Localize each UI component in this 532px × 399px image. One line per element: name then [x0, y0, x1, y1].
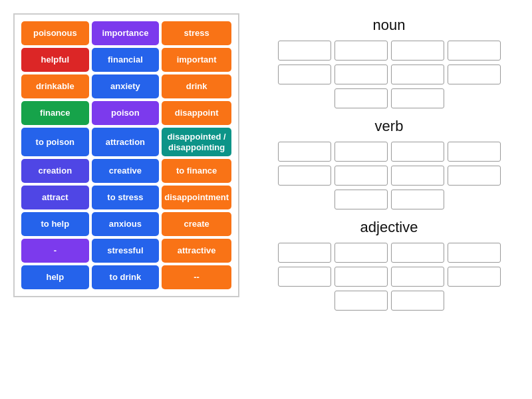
drop-row	[278, 142, 501, 162]
word-grid-container: poisonousimportancestresshelpfulfinancia…	[13, 13, 239, 297]
word-grid: poisonousimportancestresshelpfulfinancia…	[21, 21, 231, 289]
word-tile[interactable]: drink	[162, 74, 231, 98]
drop-row-last	[334, 291, 444, 311]
drop-row	[278, 65, 501, 84]
word-tile[interactable]: stress	[162, 21, 231, 45]
category-section-adjective: adjective	[259, 219, 519, 311]
drop-row-last	[334, 88, 444, 108]
drop-cell[interactable]	[334, 190, 388, 209]
drop-cell[interactable]	[391, 243, 444, 263]
drop-cell[interactable]	[448, 166, 501, 186]
word-tile[interactable]: disappointed / disappointing	[162, 128, 231, 156]
word-tile[interactable]: poison	[92, 101, 160, 125]
word-tile[interactable]: to finance	[162, 159, 231, 183]
drop-cell[interactable]	[391, 88, 444, 108]
drop-cell[interactable]	[448, 267, 501, 287]
word-tile[interactable]: help	[21, 265, 89, 289]
word-tile[interactable]: anxious	[92, 212, 160, 236]
drop-cell[interactable]	[334, 243, 388, 263]
drop-cell[interactable]	[448, 243, 501, 263]
drop-row	[278, 243, 501, 263]
drop-row	[278, 166, 501, 186]
drop-cell[interactable]	[448, 41, 501, 61]
drop-cell[interactable]	[278, 243, 331, 263]
word-tile[interactable]: creative	[92, 159, 160, 183]
word-tile[interactable]: disappointment	[162, 186, 231, 209]
word-tile[interactable]: create	[162, 212, 231, 236]
word-tile[interactable]: attract	[21, 186, 89, 209]
drop-row	[278, 41, 501, 61]
category-section-noun: noun	[259, 17, 519, 108]
word-tile[interactable]: financial	[92, 48, 160, 72]
word-tile[interactable]: anxiety	[92, 74, 160, 98]
drop-cell[interactable]	[334, 267, 388, 287]
drop-cell[interactable]	[278, 166, 331, 186]
drop-cell[interactable]	[334, 41, 388, 61]
drop-cell[interactable]	[391, 41, 444, 61]
drop-row-last	[334, 190, 444, 209]
categories-panel: nounverbadjective	[259, 13, 519, 311]
drop-cell[interactable]	[334, 142, 388, 162]
drop-cell[interactable]	[278, 142, 331, 162]
word-tile[interactable]: --	[162, 265, 231, 289]
word-tile[interactable]: drinkable	[21, 74, 89, 98]
drop-cell[interactable]	[334, 65, 388, 84]
drop-cell[interactable]	[391, 142, 444, 162]
word-tile[interactable]: finance	[21, 101, 89, 125]
word-tile[interactable]: to help	[21, 212, 89, 236]
word-tile[interactable]: attractive	[162, 239, 231, 263]
category-title: adjective	[360, 219, 418, 236]
word-tile[interactable]: to poison	[21, 128, 89, 156]
drop-cell[interactable]	[391, 291, 444, 311]
word-tile[interactable]: to drink	[92, 265, 160, 289]
drop-cell[interactable]	[334, 291, 388, 311]
word-tile[interactable]: to stress	[92, 186, 160, 209]
drop-cell[interactable]	[448, 142, 501, 162]
word-tile[interactable]: poisonous	[21, 21, 89, 45]
drop-cell[interactable]	[391, 166, 444, 186]
drop-cell[interactable]	[448, 65, 501, 84]
word-tile[interactable]: stressful	[92, 239, 160, 263]
word-tile[interactable]: importance	[92, 21, 160, 45]
drop-cell[interactable]	[334, 166, 388, 186]
drop-cell[interactable]	[391, 267, 444, 287]
drop-cell[interactable]	[391, 190, 444, 209]
category-title: verb	[375, 118, 404, 135]
drop-cell[interactable]	[278, 65, 331, 84]
word-tile[interactable]: disappoint	[162, 101, 231, 125]
word-tile[interactable]: attraction	[92, 128, 160, 156]
drop-cell[interactable]	[334, 88, 388, 108]
word-tile[interactable]: important	[162, 48, 231, 72]
category-section-verb: verb	[259, 118, 519, 209]
word-tile[interactable]: creation	[21, 159, 89, 183]
drop-cell[interactable]	[391, 65, 444, 84]
drop-cell[interactable]	[278, 41, 331, 61]
category-title: noun	[373, 17, 406, 34]
word-tile[interactable]: -	[21, 239, 89, 263]
word-tile[interactable]: helpful	[21, 48, 89, 72]
drop-row	[278, 267, 501, 287]
drop-cell[interactable]	[278, 267, 331, 287]
